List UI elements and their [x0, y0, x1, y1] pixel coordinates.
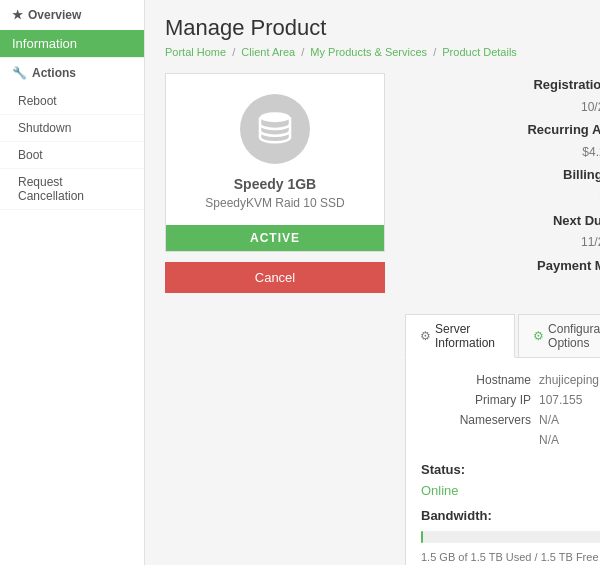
server-info-table: Hostname zhujiceping.com Primary IP 107.… — [421, 373, 600, 447]
due-date-value: 11/21/2015 — [581, 235, 600, 249]
bandwidth-text: 1.5 GB of 1.5 TB Used / 1.5 TB Free — [421, 551, 600, 563]
primary-ip-value: 107.155 — [539, 393, 600, 407]
breadcrumb-details[interactable]: Product Details — [442, 46, 517, 58]
sidebar-item-boot[interactable]: Boot — [0, 142, 144, 169]
content-area: Speedy 1GB SpeedyKVM Raid 10 SSD ACTIVE … — [165, 73, 600, 565]
hostname-label: Hostname — [421, 373, 531, 387]
product-name: Speedy 1GB — [181, 176, 369, 192]
breadcrumb-client[interactable]: Client Area — [241, 46, 295, 58]
reg-date-label: Registration Date — [533, 77, 600, 92]
product-box: Speedy 1GB SpeedyKVM Raid 10 SSD ACTIVE — [165, 73, 385, 252]
tab-server-info[interactable]: ⚙ Server Information — [405, 314, 515, 358]
breadcrumb-products[interactable]: My Products & Services — [310, 46, 427, 58]
reg-date-value: 10/21/2015 — [581, 100, 600, 114]
sidebar-item-reboot[interactable]: Reboot — [0, 88, 144, 115]
billing-label: Billing Cycle — [563, 167, 600, 182]
page-title: Manage Product — [165, 15, 600, 41]
product-card: Speedy 1GB SpeedyKVM Raid 10 SSD ACTIVE … — [165, 73, 385, 565]
due-date-label: Next Due Date — [553, 213, 600, 228]
sidebar-actions-section: 🔧 Actions — [0, 57, 144, 88]
database-icon — [255, 109, 295, 149]
sidebar-information-label: Information — [12, 36, 77, 51]
nameserver2-value: N/A — [539, 433, 600, 447]
product-plan: SpeedyKVM Raid 10 SSD — [181, 196, 369, 210]
tab-config-label: Configurable Options — [548, 322, 600, 350]
breadcrumb: Portal Home / Client Area / My Products … — [165, 46, 600, 58]
nameserver-empty — [421, 433, 531, 447]
info-summary: Registration Date 10/21/2015 Recurring A… — [405, 73, 600, 299]
wrench-icon: 🔧 — [12, 66, 27, 80]
recurring-label: Recurring Amount — [527, 122, 600, 137]
tab-server-info-label: Server Information — [435, 322, 500, 350]
recurring-value: $4.20 USD — [582, 145, 600, 159]
info-panel: Registration Date 10/21/2015 Recurring A… — [405, 73, 600, 565]
status-value: Online — [421, 483, 459, 498]
sidebar-actions-label: Actions — [32, 66, 76, 80]
sidebar-item-shutdown[interactable]: Shutdown — [0, 115, 144, 142]
main-content: Manage Product Portal Home / Client Area… — [145, 0, 600, 565]
hostname-value: zhujiceping.com — [539, 373, 600, 387]
bandwidth-bar — [421, 531, 423, 543]
gear-icon: ⚙ — [420, 329, 431, 343]
cancel-button[interactable]: Cancel — [165, 262, 385, 293]
nameserver1-value: N/A — [539, 413, 600, 427]
payment-label: Payment Method — [537, 258, 600, 273]
bandwidth-label: Bandwidth: — [421, 508, 492, 523]
sidebar: ★ Overview Information 🔧 Actions Reboot … — [0, 0, 145, 565]
tab-content: Hostname zhujiceping.com Primary IP 107.… — [405, 358, 600, 565]
shutdown-label: Shutdown — [18, 121, 71, 135]
sidebar-overview-section: ★ Overview — [0, 0, 144, 30]
breadcrumb-portal[interactable]: Portal Home — [165, 46, 226, 58]
cancel-label: Request Cancellation — [18, 175, 84, 203]
sidebar-overview-label: Overview — [28, 8, 81, 22]
product-icon — [240, 94, 310, 164]
nameservers-label: Nameservers — [421, 413, 531, 427]
primary-ip-label: Primary IP — [421, 393, 531, 407]
tabs: ⚙ Server Information ⚙ Configurable Opti… — [405, 314, 600, 358]
svg-point-0 — [260, 112, 290, 122]
star-icon: ★ — [12, 8, 23, 22]
reboot-label: Reboot — [18, 94, 57, 108]
bandwidth-bar-container — [421, 531, 600, 543]
product-status: ACTIVE — [166, 225, 384, 251]
boot-label: Boot — [18, 148, 43, 162]
sidebar-item-cancel[interactable]: Request Cancellation — [0, 169, 144, 210]
cog-icon: ⚙ — [533, 329, 544, 343]
sidebar-item-information[interactable]: Information — [0, 30, 144, 57]
status-label: Status: — [421, 462, 465, 477]
tab-configurable-options[interactable]: ⚙ Configurable Options — [518, 314, 600, 357]
